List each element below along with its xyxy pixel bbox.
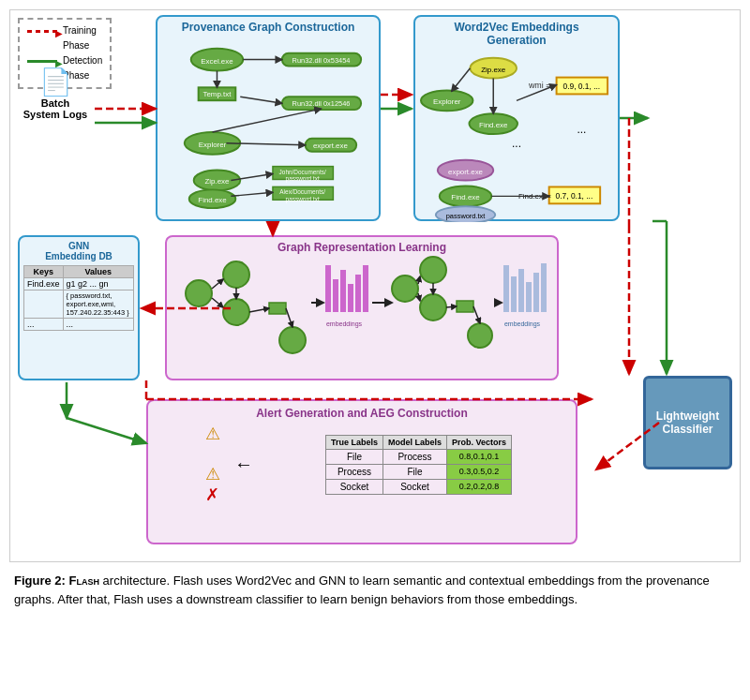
svg-point-73 xyxy=(420,294,446,320)
svg-text:Excel.exe: Excel.exe xyxy=(201,57,233,66)
alert-table: True Labels Model Labels Prob. Vectors F… xyxy=(325,435,512,495)
gnn-title: GNNEmbedding DB xyxy=(23,241,134,261)
svg-text:Run32.dll 0x53454: Run32.dll 0x53454 xyxy=(292,56,351,65)
gnn-embedding-db: GNNEmbedding DB Keys Values Find.exe g1 … xyxy=(18,235,140,380)
arrow-left-alerts: ← xyxy=(234,454,253,475)
svg-text:Zip.exe: Zip.exe xyxy=(481,66,506,74)
svg-text:Explorer: Explorer xyxy=(433,97,461,106)
svg-rect-63 xyxy=(325,265,331,312)
row2-true: Process xyxy=(325,464,382,479)
svg-line-98 xyxy=(67,418,146,443)
svg-text:...: ... xyxy=(512,137,521,150)
svg-text:Run32.dll 0x12546: Run32.dll 0x12546 xyxy=(292,99,351,108)
lightweight-classifier: Lightweight Classifier xyxy=(643,376,732,469)
svg-line-61 xyxy=(249,308,269,312)
svg-line-49 xyxy=(452,68,471,92)
svg-rect-82 xyxy=(511,276,517,312)
row1-prob: 0.8,0.1,0.1 xyxy=(447,449,512,464)
svg-text:Temp.txt: Temp.txt xyxy=(203,90,232,98)
svg-point-55 xyxy=(223,299,249,325)
batch-icon: 📄 xyxy=(18,67,93,97)
gnn-row2-val: { password.txt, export.exe,wmi, 157.240.… xyxy=(63,290,133,319)
svg-line-80 xyxy=(473,306,480,323)
svg-point-72 xyxy=(420,257,446,283)
gnn-col-keys: Keys xyxy=(24,266,64,278)
gnn-table: Keys Values Find.exe g1 g2 ... gn { pass… xyxy=(23,265,134,331)
alert-symbols: ⚠⚠✗ xyxy=(205,424,220,505)
svg-line-76 xyxy=(418,276,420,284)
svg-text:0.9, 0.1, ...: 0.9, 0.1, ... xyxy=(562,82,600,91)
figure-number: Figure 2: xyxy=(14,573,66,588)
svg-rect-66 xyxy=(348,284,353,312)
svg-line-62 xyxy=(286,308,292,327)
alert-generation-box: Alert Generation and AEG Construction ⚠⚠… xyxy=(146,399,578,544)
caption-title: Flash xyxy=(69,573,99,588)
col-prob-vectors: Prob. Vectors xyxy=(447,435,512,449)
batch-label: BatchSystem Logs xyxy=(23,97,87,120)
provenance-graph-box: Provenance Graph Construction Excel.exe … xyxy=(156,15,381,221)
gnn-row1-val: g1 g2 ... gn xyxy=(63,278,133,290)
row2-prob: 0.3,0.5,0.2 xyxy=(447,464,512,479)
svg-text:password.txt: password.txt xyxy=(446,212,486,220)
svg-rect-85 xyxy=(533,273,539,312)
svg-text:Alex/Documents/: Alex/Documents/ xyxy=(279,188,325,195)
svg-text:0.7, 0.1, ...: 0.7, 0.1, ... xyxy=(556,191,593,201)
diagram-container: ▶ Training Phase ▶ Detection Phase 📄 Bat… xyxy=(9,9,741,562)
svg-text:Find.exe: Find.exe xyxy=(479,121,508,129)
row2-model: File xyxy=(382,464,446,479)
svg-rect-83 xyxy=(518,269,524,312)
svg-rect-64 xyxy=(333,279,338,312)
gnn-col-values: Values xyxy=(63,266,133,278)
grl-title: Graph Representation Learning xyxy=(171,241,553,254)
prov-graph-svg: Excel.exe Temp.txt Explorer Zip.exe Find… xyxy=(161,36,375,209)
grl-svg: embeddings embeddings xyxy=(171,256,555,373)
svg-point-54 xyxy=(223,261,249,288)
svg-text:password.txt: password.txt xyxy=(286,196,320,203)
svg-point-71 xyxy=(392,276,418,302)
svg-rect-74 xyxy=(457,301,473,312)
word2vec-box: Word2Vec EmbeddingsGeneration Zip.exe Ex… xyxy=(413,15,620,221)
gnn-ellipsis1: ... xyxy=(24,319,64,331)
svg-line-79 xyxy=(446,306,457,307)
svg-rect-68 xyxy=(363,265,368,312)
svg-text:password.txt: password.txt xyxy=(286,175,320,183)
svg-text:Zip.exe: Zip.exe xyxy=(204,177,230,186)
svg-text:Find.exe: Find.exe xyxy=(198,196,227,204)
svg-text:...: ... xyxy=(577,123,586,136)
svg-point-75 xyxy=(468,323,492,348)
svg-text:export.exe: export.exe xyxy=(448,168,484,176)
figure-caption: Figure 2: Flash architecture. Flash uses… xyxy=(9,572,741,608)
w2v-graph-svg: Zip.exe Explorer Find.exe wmi = 0.9, 0.1… xyxy=(419,49,614,222)
row3-true: Socket xyxy=(325,479,382,494)
legend-training-label: Training xyxy=(63,23,97,38)
svg-line-24 xyxy=(240,97,282,103)
row1-true: File xyxy=(325,449,382,464)
caption-text: architecture. Flash uses Word2Vec and GN… xyxy=(14,573,710,606)
svg-text:Find.exe: Find.exe xyxy=(451,193,480,201)
svg-text:John/Documents/: John/Documents/ xyxy=(279,169,326,175)
svg-line-25 xyxy=(213,109,322,132)
svg-text:embeddings: embeddings xyxy=(326,320,363,328)
lc-label: Lightweight Classifier xyxy=(650,410,726,436)
svg-point-53 xyxy=(186,280,212,306)
w2v-title: Word2Vec EmbeddingsGeneration xyxy=(419,21,614,47)
svg-rect-56 xyxy=(269,303,286,314)
svg-line-28 xyxy=(231,192,273,196)
svg-rect-67 xyxy=(355,275,361,312)
alert-title: Alert Generation and AEG Construction xyxy=(154,407,570,420)
svg-rect-84 xyxy=(526,282,532,312)
svg-line-58 xyxy=(212,279,223,289)
row3-prob: 0.2,0.2,0.8 xyxy=(447,479,512,494)
svg-rect-81 xyxy=(503,265,509,312)
col-true-labels: True Labels xyxy=(325,435,382,449)
gnn-ellipsis2: ... xyxy=(63,319,133,331)
row1-model: Process xyxy=(382,449,446,464)
batch-system-logs: 📄 BatchSystem Logs xyxy=(18,67,93,120)
row3-model: Socket xyxy=(382,479,446,494)
gnn-row2-key xyxy=(24,290,64,319)
prov-title: Provenance Graph Construction xyxy=(161,21,375,34)
svg-text:export.exe: export.exe xyxy=(313,141,349,150)
svg-rect-65 xyxy=(340,270,346,312)
svg-line-77 xyxy=(418,293,420,301)
svg-rect-86 xyxy=(541,263,547,312)
